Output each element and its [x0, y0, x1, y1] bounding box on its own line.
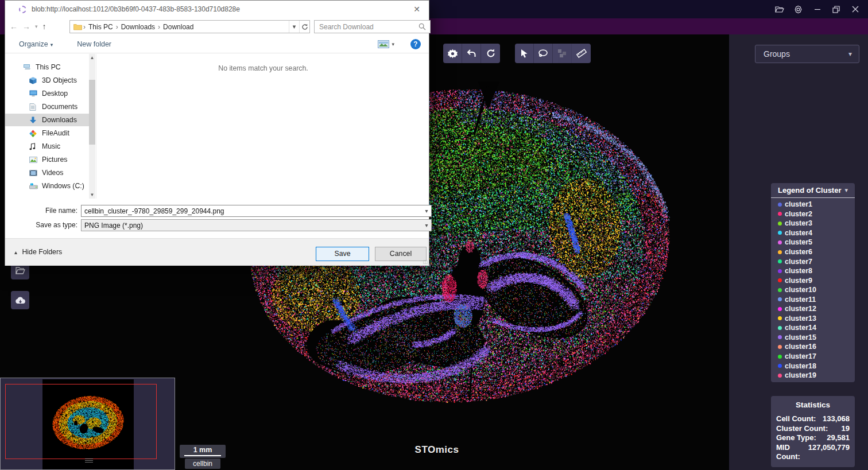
legend-item[interactable]: cluster18 [778, 361, 855, 371]
redo-refresh-button[interactable] [481, 44, 500, 63]
legend-item[interactable]: cluster13 [778, 314, 855, 324]
cluster-color-dot [778, 355, 782, 359]
folder-icon [73, 24, 82, 30]
sidebar-item-downloads[interactable]: Downloads [5, 114, 89, 126]
breadcrumb-this-pc[interactable]: This PC [88, 23, 113, 31]
organize-button[interactable]: Organize▾ [19, 40, 53, 48]
lasso-tool-button[interactable] [534, 44, 553, 63]
breadcrumb-downloads[interactable]: Downloads [121, 23, 155, 31]
legend-item[interactable]: cluster1 [778, 200, 855, 209]
sidebar-scrollbar[interactable]: ▲ ▼ [89, 54, 95, 199]
legend-item[interactable]: cluster11 [778, 294, 855, 304]
sidebar-item-this-pc[interactable]: This PC [23, 61, 61, 73]
cluster-color-dot [778, 269, 782, 273]
cluster-label: cluster16 [785, 343, 816, 351]
restore-icon[interactable] [827, 0, 846, 18]
legend-item[interactable]: cluster3 [778, 219, 855, 228]
legend-header[interactable]: Legend of Cluster ▾ [771, 183, 855, 198]
settings-gear-icon[interactable] [789, 0, 808, 18]
sidebar-item-fileaudit[interactable]: FileAudit [29, 127, 69, 139]
cluster-color-dot [778, 335, 782, 339]
address-dropdown-icon[interactable]: ▾ [289, 21, 299, 33]
dialog-body: This PC 3D Objects Desktop Documents Dow… [5, 54, 429, 199]
minimize-icon[interactable] [808, 0, 827, 18]
save-type-select[interactable]: PNG Image (*.png) ▾ [81, 219, 432, 231]
view-selector-button[interactable]: ▾ [378, 40, 394, 48]
new-folder-button[interactable]: New folder [77, 40, 111, 48]
cluster-color-dot [778, 326, 782, 330]
monitor-icon [29, 90, 38, 98]
cluster-label: cluster1 [785, 200, 812, 208]
dialog-navbar: ← → ▾ ↑ › This PC › Downloads › Download… [5, 18, 429, 34]
history-chevron-icon[interactable]: ▾ [35, 24, 38, 29]
sidebar-item-desktop[interactable]: Desktop [29, 87, 68, 100]
up-icon[interactable]: ↑ [42, 22, 46, 31]
brush-select-tool-button[interactable] [553, 44, 572, 63]
search-icon [418, 23, 426, 30]
chevron-down-icon[interactable]: ▾ [422, 222, 431, 228]
breadcrumb-chevron: › [83, 23, 86, 31]
legend-item[interactable]: cluster2 [778, 209, 855, 219]
sidebar-item-videos[interactable]: Videos [29, 166, 63, 179]
close-icon[interactable] [846, 0, 865, 18]
legend-item[interactable]: cluster9 [778, 275, 855, 285]
minimap-viewport-rect[interactable] [5, 384, 157, 459]
refresh-icon[interactable] [299, 21, 309, 33]
dialog-command-bar: Organize▾ New folder ▾ ? [5, 36, 429, 53]
breadcrumb-download[interactable]: Download [163, 23, 193, 31]
legend-item[interactable]: cluster6 [778, 247, 855, 257]
scrollbar-thumb[interactable] [89, 80, 95, 145]
dialog-close-icon[interactable]: ✕ [410, 3, 423, 15]
legend-item[interactable]: cluster14 [778, 323, 855, 333]
legend-item[interactable]: cluster15 [778, 333, 855, 343]
sidebar-item-3d-objects[interactable]: 3D Objects [29, 74, 77, 87]
file-name-input[interactable]: cellbin_cluster_-9780_29859_299_20944.pn… [81, 205, 432, 217]
chevron-down-icon: ▾ [844, 187, 848, 194]
dialog-sidebar: This PC 3D Objects Desktop Documents Dow… [5, 54, 89, 199]
scroll-up-icon[interactable]: ▲ [89, 55, 95, 60]
viewer-select-toolbar [515, 44, 591, 63]
cancel-button[interactable]: Cancel [375, 247, 427, 261]
minimap-panel[interactable] [0, 378, 175, 470]
sidebar-item-documents[interactable]: Documents [29, 100, 78, 113]
dialog-titlebar[interactable]: blob:http://localhost:1012/0b3b69f0-0437… [5, 1, 429, 18]
viewer-settings-button[interactable] [443, 44, 462, 63]
scalebar-mode-badge[interactable]: cellbin [185, 459, 220, 469]
sidebar-item-music[interactable]: Music [29, 140, 60, 153]
hide-folders-button[interactable]: ▴ Hide Folders [14, 248, 62, 256]
resize-grip[interactable]: ◫ [423, 259, 428, 265]
empty-results-message: No items match your search. [96, 64, 430, 72]
search-input[interactable]: Search Download [314, 20, 431, 33]
legend-item[interactable]: cluster8 [778, 266, 855, 276]
sidebar-item-pictures[interactable]: Pictures [29, 153, 67, 166]
picture-icon [29, 156, 38, 164]
save-button[interactable]: Save [316, 247, 369, 261]
scroll-down-icon[interactable]: ▼ [89, 192, 95, 197]
download-cloud-button[interactable] [11, 291, 29, 309]
back-icon[interactable]: ← [10, 22, 18, 31]
legend-item[interactable]: cluster5 [778, 238, 855, 247]
legend-item[interactable]: cluster12 [778, 304, 855, 314]
legend-item[interactable]: cluster19 [778, 371, 855, 380]
undo-button[interactable] [462, 44, 481, 63]
help-button[interactable]: ? [410, 39, 421, 49]
legend-item[interactable]: cluster7 [778, 257, 855, 266]
legend-item[interactable]: cluster16 [778, 342, 855, 352]
legend-item[interactable]: cluster4 [778, 228, 855, 238]
pointer-tool-button[interactable] [515, 44, 534, 63]
blob-spinner-icon [19, 6, 26, 13]
stat-row-cell-count: Cell Count:133,068 [776, 414, 850, 424]
chevron-down-icon[interactable]: ▾ [422, 208, 431, 214]
sidebar-item-windows-c[interactable]: Windows (C:) [29, 180, 84, 192]
groups-dropdown[interactable]: Groups ▾ [755, 45, 859, 63]
forward-icon[interactable]: → [22, 22, 30, 31]
ruler-tool-button[interactable] [572, 44, 591, 63]
cluster-label: cluster7 [785, 258, 812, 266]
legend-item[interactable]: cluster17 [778, 352, 855, 362]
music-note-icon [29, 142, 38, 150]
open-folder-icon[interactable] [770, 0, 789, 18]
cluster-label: cluster18 [785, 362, 816, 370]
address-bar[interactable]: › This PC › Downloads › Download ▾ [69, 20, 310, 33]
legend-item[interactable]: cluster10 [778, 285, 855, 295]
stat-row-cluster-count: Cluster Count:19 [776, 424, 850, 434]
